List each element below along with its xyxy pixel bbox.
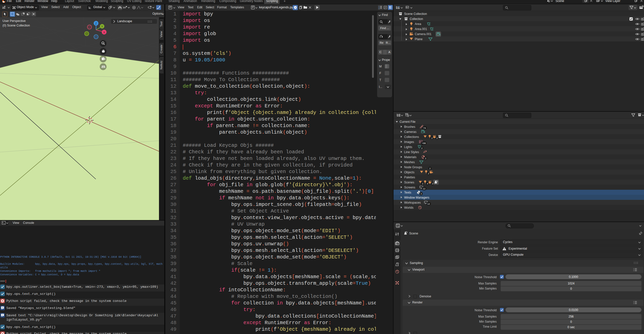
svg-text:Z: Z [95, 22, 97, 25]
svg-text:2: 2 [379, 8, 380, 9]
svg-text:1: 1 [379, 6, 380, 8]
svg-text:X: X [103, 31, 105, 34]
svg-text:Y: Y [101, 25, 103, 28]
svg-text:+: + [102, 42, 104, 44]
